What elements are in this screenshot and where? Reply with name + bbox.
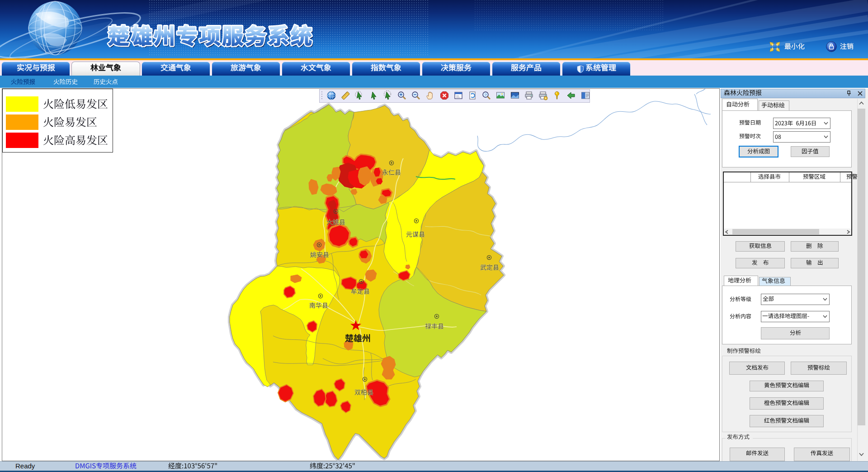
svg-text:?: ? <box>485 93 487 97</box>
